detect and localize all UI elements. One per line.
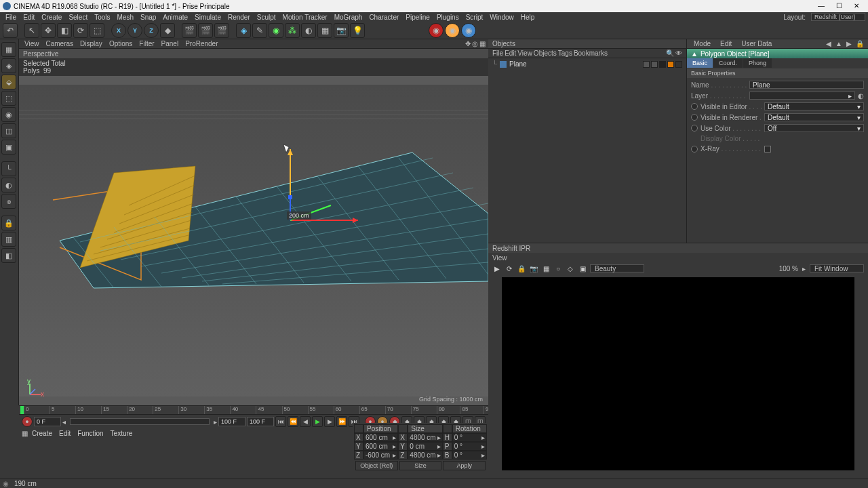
mat-menu-texture[interactable]: Texture <box>108 430 136 437</box>
rotate-button[interactable]: ⟳ <box>73 23 88 38</box>
attr-menu-mode[interactable]: Mode <box>691 40 713 47</box>
obj-menu-view[interactable]: View <box>517 49 532 57</box>
layer-picker-icon[interactable]: ◐ <box>858 92 864 100</box>
coord-b-rot[interactable]: 0 °▸ <box>452 451 487 460</box>
redshift-rt-button[interactable]: ◉ <box>429 23 443 38</box>
subdivision-button[interactable]: ◉ <box>269 23 283 38</box>
layout-dropdown[interactable]: Redshift (User) <box>811 13 865 21</box>
coord-z-pos[interactable]: -600 cm▸ <box>363 451 398 460</box>
attr-xray-checkbox[interactable] <box>764 146 771 152</box>
timeline-end-input[interactable] <box>218 417 245 426</box>
move-button[interactable]: ✥ <box>41 23 56 38</box>
use-color-radio[interactable] <box>691 125 698 131</box>
timeline-current-input[interactable] <box>247 417 274 426</box>
last-tool-button[interactable]: ⬚ <box>90 23 104 38</box>
obj-menu-tags[interactable]: Tags <box>558 49 572 57</box>
obj-eye-icon[interactable]: 👁 <box>675 49 682 57</box>
minimize-button[interactable]: — <box>816 1 826 11</box>
live-select-button[interactable]: ↖ <box>24 23 39 38</box>
menu-animate[interactable]: Animate <box>160 14 191 21</box>
timeline-ruler[interactable]: 0 5 10 15 20 25 30 35 40 45 50 55 60 65 … <box>19 405 488 415</box>
expand-icon[interactable]: └ <box>492 60 497 68</box>
goto-start-button[interactable]: ⏮ <box>275 416 286 427</box>
attr-tab-phong[interactable]: Phong <box>743 58 772 68</box>
array-button[interactable]: ⁂ <box>285 23 300 38</box>
vp-menu-display[interactable]: Display <box>77 40 105 47</box>
rs-bucket-button[interactable]: ▦ <box>541 264 551 273</box>
attr-nav-up-icon[interactable]: ▲ <box>835 40 842 47</box>
redshift-ipr-button[interactable]: ◉ <box>445 23 460 38</box>
layer-dot[interactable] <box>659 61 666 68</box>
coord-mode-dropdown[interactable]: Object (Rel) <box>355 461 398 470</box>
menu-help[interactable]: Help <box>518 14 538 21</box>
coord-y-size[interactable]: 0 cm▸ <box>408 442 442 451</box>
coord-sizemode-dropdown[interactable]: Size <box>399 461 442 470</box>
attr-menu-userdata[interactable]: User Data <box>738 40 774 47</box>
menu-mograph[interactable]: MoGraph <box>332 14 366 21</box>
attr-nav-back-icon[interactable]: ◀ <box>826 40 831 47</box>
coord-h-rot[interactable]: 0 °▸ <box>452 433 487 442</box>
attr-nav-fwd-icon[interactable]: ▶ <box>846 40 852 47</box>
point-mode-button[interactable]: ◉ <box>1 107 16 122</box>
vp-menu-options[interactable]: Options <box>106 40 135 47</box>
y-axis-toggle[interactable]: Y <box>127 23 142 38</box>
workplane-mode-button[interactable]: ◧ <box>1 248 16 263</box>
attr-name-input[interactable] <box>749 81 864 89</box>
redshift-render-button[interactable]: ◉ <box>461 23 476 38</box>
xray-radio[interactable] <box>691 146 698 152</box>
rs-refresh-button[interactable]: ⟳ <box>505 264 514 273</box>
tl-prev-icon[interactable]: ◂ <box>62 418 66 426</box>
timeline-start-input[interactable] <box>34 417 61 426</box>
vp-menu-view[interactable]: View <box>22 40 42 47</box>
bend-button[interactable]: ◐ <box>301 23 316 38</box>
x-axis-toggle[interactable]: X <box>111 23 126 38</box>
floor-button[interactable]: ▦ <box>317 23 332 38</box>
rs-lock-button[interactable]: 🔒 <box>517 264 526 273</box>
viewport-solo-button[interactable]: ◐ <box>1 178 16 192</box>
vp-menu-prorender[interactable]: ProRender <box>182 40 220 47</box>
mat-menu-create[interactable]: Create <box>29 430 55 437</box>
menu-tools[interactable]: Tools <box>92 14 113 21</box>
viewport-canvas[interactable]: 200 cm Grid Spacing : 1000 cm y x <box>19 76 488 405</box>
coord-x-size[interactable]: 4800 cm▸ <box>408 433 442 442</box>
light-button[interactable]: 💡 <box>350 23 365 38</box>
z-axis-toggle[interactable]: Z <box>144 23 159 38</box>
coord-apply-button[interactable]: Apply <box>443 461 486 470</box>
mat-menu-function[interactable]: Function <box>75 430 106 437</box>
rs-menu-view[interactable]: View <box>492 254 507 262</box>
edge-mode-button[interactable]: ◫ <box>1 123 16 138</box>
obj-menu-file[interactable]: File <box>492 49 503 57</box>
locked-workplane-button[interactable]: 🔒 <box>1 216 16 230</box>
menu-select[interactable]: Select <box>66 14 90 21</box>
render-pv-button[interactable]: 🎬 <box>198 23 213 38</box>
coord-z-size[interactable]: 4800 cm▸ <box>408 451 442 460</box>
vp-layout-icon[interactable]: ▦ <box>479 40 486 47</box>
coord-y-pos[interactable]: 600 cm▸ <box>363 442 398 451</box>
attr-lock-icon[interactable]: 🔒 <box>856 40 864 47</box>
menu-character[interactable]: Character <box>366 14 401 21</box>
visibility-render-dot[interactable] <box>651 61 658 68</box>
coord-system-button[interactable]: ◆ <box>160 23 175 38</box>
maximize-button[interactable]: ☐ <box>834 1 844 11</box>
vis-render-radio[interactable] <box>691 114 698 121</box>
close-button[interactable]: ✕ <box>852 1 861 11</box>
menu-render[interactable]: Render <box>225 14 253 21</box>
menu-mesh[interactable]: Mesh <box>115 14 136 21</box>
object-name[interactable]: Plane <box>509 60 527 68</box>
vp-menu-cameras[interactable]: Cameras <box>43 40 77 47</box>
planar-workplane-button[interactable]: ▥ <box>1 232 16 247</box>
redshift-render-view[interactable] <box>502 277 854 470</box>
attr-usecolor-dropdown[interactable]: Off▾ <box>764 124 864 132</box>
scale-button[interactable]: ◧ <box>57 23 72 38</box>
vis-editor-radio[interactable] <box>691 103 698 110</box>
menu-window[interactable]: Window <box>487 14 517 21</box>
enable-axis-button[interactable]: └ <box>1 161 16 176</box>
rs-fit-dropdown[interactable]: Fit Window <box>810 264 864 272</box>
attr-tab-coord[interactable]: Coord. <box>713 58 743 68</box>
prev-key-button[interactable]: ⏪ <box>288 416 298 427</box>
polygon-mode-button[interactable]: ▣ <box>1 140 16 155</box>
rs-play-button[interactable]: ▶ <box>492 264 502 273</box>
phong-tag-icon[interactable] <box>667 61 674 68</box>
vp-zoom-icon[interactable]: ◎ <box>472 40 478 47</box>
mat-menu-edit[interactable]: Edit <box>56 430 73 437</box>
